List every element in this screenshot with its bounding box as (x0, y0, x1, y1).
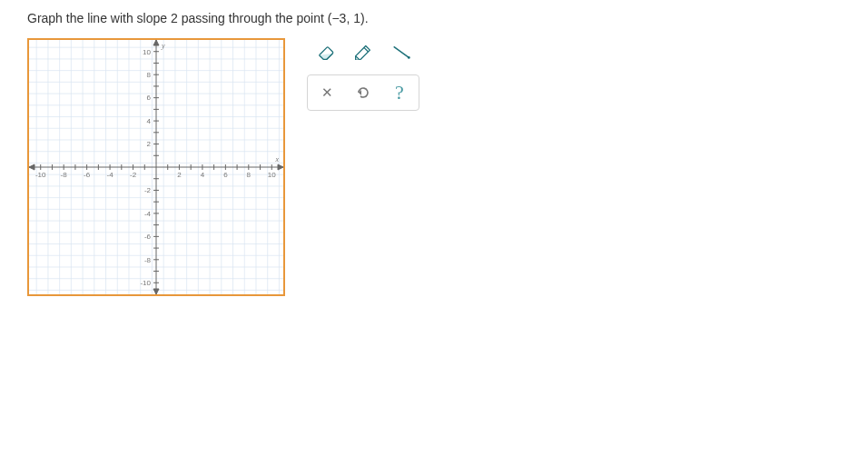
svg-marker-49 (153, 289, 159, 294)
svg-text:-10: -10 (140, 279, 151, 287)
svg-text:6: 6 (223, 171, 228, 179)
svg-text:-8: -8 (144, 256, 152, 264)
problem-prefix: Graph the line with slope 2 passing thro… (27, 11, 328, 25)
help-icon: ? (395, 81, 404, 104)
svg-text:2: 2 (147, 140, 152, 148)
tool-panel: ✕ ? (307, 38, 419, 120)
svg-text:8: 8 (147, 71, 152, 79)
pencil-button[interactable] (347, 40, 380, 64)
svg-line-110 (394, 46, 409, 57)
svg-text:-4: -4 (144, 210, 152, 218)
svg-text:2: 2 (177, 171, 182, 179)
undo-button[interactable] (348, 79, 379, 106)
svg-text:10: 10 (143, 48, 151, 56)
line-icon (390, 44, 412, 60)
x-axis-label: x (274, 155, 279, 164)
svg-text:4: 4 (201, 171, 205, 179)
pencil-icon (352, 44, 374, 60)
svg-text:-10: -10 (35, 171, 46, 179)
clear-button[interactable]: ✕ (311, 79, 342, 106)
drawing-tools-row (307, 38, 419, 65)
problem-suffix: . (365, 11, 369, 25)
svg-text:-6: -6 (144, 233, 152, 241)
problem-point: (−3, 1) (328, 11, 365, 25)
eraser-button[interactable] (309, 40, 341, 64)
svg-text:6: 6 (147, 94, 152, 102)
svg-text:4: 4 (147, 117, 152, 125)
svg-text:8: 8 (247, 171, 252, 179)
svg-text:-2: -2 (130, 171, 137, 179)
svg-text:-4: -4 (107, 171, 114, 179)
line-tool-button[interactable] (385, 40, 418, 64)
svg-text:10: 10 (268, 171, 276, 179)
svg-text:-8: -8 (61, 171, 68, 179)
svg-point-111 (408, 56, 410, 59)
y-axis-label: y (161, 42, 165, 50)
coordinate-plane: -10 -8 -6 -4 -2 2 4 6 8 10 -10 -8 -6 -4 … (29, 40, 283, 294)
graph-canvas[interactable]: -10 -8 -6 -4 -2 2 4 6 8 10 -10 -8 -6 -4 … (27, 38, 285, 296)
svg-text:-6: -6 (84, 171, 91, 179)
close-icon: ✕ (321, 84, 333, 101)
svg-marker-48 (153, 40, 159, 45)
problem-instruction: Graph the line with slope 2 passing thro… (27, 11, 841, 25)
axes (29, 40, 283, 294)
svg-text:-2: -2 (144, 186, 152, 194)
svg-marker-47 (29, 164, 35, 170)
eraser-icon (314, 44, 336, 60)
action-tools-row: ✕ ? (307, 74, 419, 111)
help-button[interactable]: ? (384, 79, 415, 106)
svg-marker-46 (278, 164, 283, 170)
undo-icon (354, 84, 372, 102)
